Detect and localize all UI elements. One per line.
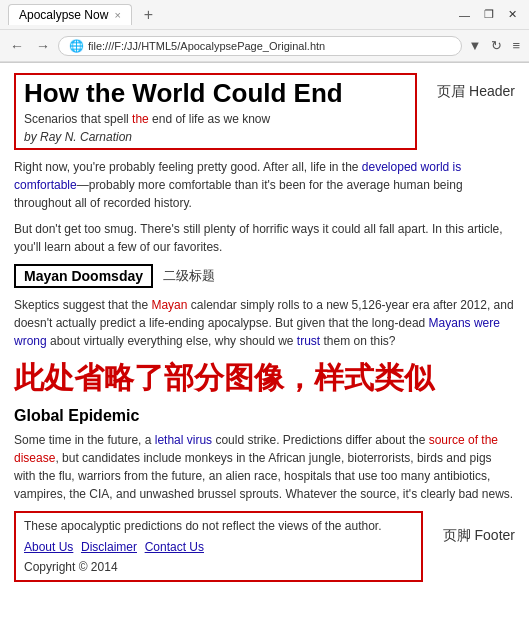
globe-icon: 🌐: [69, 39, 84, 53]
title-bar: Apocalypse Now × + — ❐ ✕: [0, 0, 529, 30]
body-para-1: Right now, you're probably feeling prett…: [14, 158, 515, 212]
footer-copyright: Copyright © 2014: [24, 560, 413, 574]
byline: by Ray N. Carnation: [24, 130, 407, 144]
restore-button[interactable]: ❐: [480, 7, 498, 22]
page-content: How the World Could End Scenarios that s…: [0, 63, 529, 617]
new-tab-button[interactable]: +: [138, 4, 159, 26]
mayan-text1: Skeptics suggest that the: [14, 298, 151, 312]
title-bar-left: Apocalypse Now × +: [8, 4, 159, 26]
footer-links: About Us Disclaimer Contact Us: [24, 539, 413, 554]
forward-button[interactable]: →: [32, 36, 54, 56]
toolbar-right: ▼ ↻ ≡: [466, 36, 523, 55]
section2-heading: Global Epidemic: [14, 407, 515, 425]
address-bar: ← → 🌐 file:///F:/JJ/HTML5/ApocalypsePage…: [0, 30, 529, 62]
para2-text: But don't get too smug. There's still pl…: [14, 222, 503, 254]
omitted-notice: 此处省略了部分图像，样式类似: [14, 358, 515, 399]
subtitle-text2: end of life as we know: [149, 112, 270, 126]
epidemic-para: Some time in the future, a lethal virus …: [14, 431, 515, 503]
epi-blue1: lethal virus: [155, 433, 212, 447]
window-controls: — ❐ ✕: [455, 7, 521, 22]
url-field[interactable]: 🌐 file:///F:/JJ/HTML5/ApocalypsePage_Ori…: [58, 36, 462, 56]
refresh-button[interactable]: ↻: [488, 36, 505, 55]
mayan-blue2: trust: [297, 334, 320, 348]
para1-text2: —probably more comfortable than it's bee…: [14, 178, 463, 210]
page-title: How the World Could End: [24, 79, 407, 108]
tab-title: Apocalypse Now: [19, 8, 108, 22]
footer-section: These apocalyptic predictions do not ref…: [14, 511, 515, 582]
footer-label: 页脚 Footer: [443, 527, 515, 545]
browser-window: Apocalypse Now × + — ❐ ✕ ← → 🌐 file:///F…: [0, 0, 529, 63]
back-button[interactable]: ←: [6, 36, 28, 56]
header-label: 页眉 Header: [437, 83, 515, 101]
dropdown-icon[interactable]: ▼: [466, 36, 485, 55]
mayan-text4: them on this?: [320, 334, 395, 348]
epi-text2: could strike. Predictions differ about t…: [212, 433, 429, 447]
contact-us-link[interactable]: Contact Us: [145, 540, 204, 554]
minimize-button[interactable]: —: [455, 8, 474, 22]
section1-label: 二级标题: [163, 267, 215, 285]
section1-title: Mayan Doomsday: [14, 264, 153, 288]
subtitle-red: the: [132, 112, 149, 126]
footer-box: These apocalyptic predictions do not ref…: [14, 511, 423, 582]
epi-text1: Some time in the future, a: [14, 433, 155, 447]
header-box: How the World Could End Scenarios that s…: [14, 73, 417, 150]
mayan-para: Skeptics suggest that the Mayan calendar…: [14, 296, 515, 350]
section1-heading: Mayan Doomsday 二级标题: [14, 264, 515, 288]
mayan-red1: Mayan: [151, 298, 187, 312]
body-para-2: But don't get too smug. There's still pl…: [14, 220, 515, 256]
mayan-text3: about virtually everything else, why sho…: [47, 334, 297, 348]
more-tools-button[interactable]: ≡: [509, 36, 523, 55]
about-us-link[interactable]: About Us: [24, 540, 73, 554]
epi-text3: , but candidates include monkeys in the …: [14, 451, 513, 501]
close-button[interactable]: ✕: [504, 7, 521, 22]
disclaimer-link[interactable]: Disclaimer: [81, 540, 137, 554]
para1-text: Right now, you're probably feeling prett…: [14, 160, 362, 174]
tab-close-button[interactable]: ×: [114, 9, 120, 21]
url-text: file:///F:/JJ/HTML5/ApocalypsePage_Origi…: [88, 40, 325, 52]
footer-disclaimer: These apocalyptic predictions do not ref…: [24, 519, 413, 533]
header-section: How the World Could End Scenarios that s…: [14, 73, 515, 150]
subtitle-text: Scenarios that spell: [24, 112, 132, 126]
subtitle: Scenarios that spell the end of life as …: [24, 112, 407, 126]
browser-tab[interactable]: Apocalypse Now ×: [8, 4, 132, 25]
